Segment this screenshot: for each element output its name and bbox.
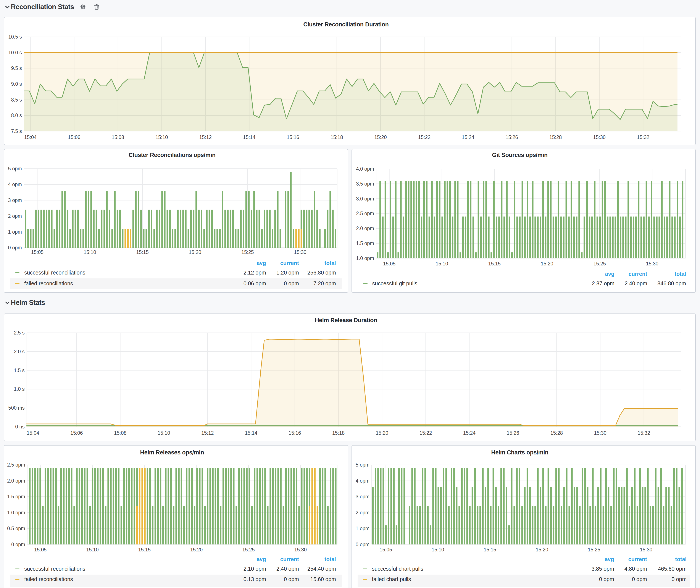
svg-text:15:14: 15:14 [243, 134, 255, 140]
svg-text:15:25: 15:25 [593, 261, 606, 267]
svg-text:3 opm: 3 opm [8, 197, 22, 203]
svg-text:15:30: 15:30 [593, 134, 605, 140]
svg-text:15:08: 15:08 [111, 134, 124, 140]
svg-text:0 ns: 0 ns [15, 424, 24, 430]
svg-text:2.5 opm: 2.5 opm [7, 462, 25, 467]
svg-text:15:24: 15:24 [463, 430, 476, 436]
svg-text:1.0 opm: 1.0 opm [7, 510, 25, 515]
svg-text:15:18: 15:18 [332, 430, 345, 436]
svg-text:0 opm: 0 opm [11, 541, 25, 547]
svg-text:10.0 s: 10.0 s [8, 50, 22, 55]
svg-text:9.0 s: 9.0 s [11, 81, 22, 87]
svg-text:Helm Releases ops/min: Helm Releases ops/min [140, 449, 204, 456]
svg-text:15:15: 15:15 [136, 249, 148, 255]
svg-text:0 opm: 0 opm [355, 541, 369, 547]
svg-text:15:04: 15:04 [27, 430, 39, 436]
svg-text:15:25: 15:25 [242, 547, 255, 552]
svg-text:15:25: 15:25 [588, 547, 600, 552]
svg-text:Helm Release Duration: Helm Release Duration [315, 317, 377, 323]
svg-text:15:10: 15:10 [86, 547, 98, 552]
svg-text:15:10: 15:10 [435, 261, 448, 267]
svg-text:2 opm: 2 opm [8, 213, 22, 219]
svg-text:5 opm: 5 opm [8, 166, 22, 171]
svg-text:2 opm: 2 opm [355, 510, 369, 515]
svg-text:15:15: 15:15 [138, 547, 150, 552]
svg-text:Cluster Reconciliations ops/mi: Cluster Reconciliations ops/min [128, 152, 215, 158]
svg-text:15:10: 15:10 [155, 134, 168, 140]
svg-text:15:05: 15:05 [31, 249, 44, 255]
svg-text:15:20: 15:20 [189, 249, 201, 255]
svg-text:4 opm: 4 opm [355, 478, 369, 483]
svg-text:4.0 opm: 4.0 opm [356, 166, 374, 172]
svg-text:1.0 opm: 1.0 opm [356, 255, 374, 261]
svg-text:15:05: 15:05 [379, 547, 392, 552]
svg-text:0.5 opm: 0.5 opm [7, 525, 25, 531]
svg-text:15:06: 15:06 [70, 430, 83, 436]
svg-text:15:26: 15:26 [506, 430, 519, 436]
svg-text:15:05: 15:05 [383, 261, 395, 267]
svg-text:15:10: 15:10 [83, 249, 96, 255]
svg-text:15:15: 15:15 [488, 261, 501, 267]
svg-text:15:14: 15:14 [245, 430, 257, 436]
svg-text:4 opm: 4 opm [8, 182, 22, 187]
svg-text:2.5 opm: 2.5 opm [356, 211, 374, 216]
svg-text:1 opm: 1 opm [355, 525, 369, 531]
svg-text:2.0 opm: 2.0 opm [7, 478, 25, 483]
svg-text:3.5 opm: 3.5 opm [356, 181, 374, 187]
svg-text:15:08: 15:08 [114, 430, 126, 436]
svg-text:15:18: 15:18 [330, 134, 343, 140]
svg-text:15:24: 15:24 [462, 134, 474, 140]
svg-text:1.5 opm: 1.5 opm [356, 241, 374, 246]
svg-text:8.5 s: 8.5 s [11, 97, 22, 103]
svg-text:15:10: 15:10 [157, 430, 170, 436]
svg-text:15:30: 15:30 [294, 547, 307, 552]
svg-text:9.5 s: 9.5 s [11, 65, 22, 71]
svg-text:1 opm: 1 opm [8, 229, 22, 235]
svg-text:10.5 s: 10.5 s [8, 34, 22, 40]
svg-text:15:20: 15:20 [374, 134, 387, 140]
svg-text:15:25: 15:25 [241, 249, 254, 255]
svg-text:15:12: 15:12 [201, 430, 214, 436]
svg-text:15:16: 15:16 [287, 134, 299, 140]
svg-text:Helm Charts ops/min: Helm Charts ops/min [491, 449, 548, 456]
svg-text:1.0 s: 1.0 s [14, 386, 24, 392]
svg-text:2.5 s: 2.5 s [14, 330, 24, 336]
svg-text:15:05: 15:05 [34, 547, 47, 552]
svg-text:15:32: 15:32 [637, 134, 649, 140]
svg-text:3 opm: 3 opm [355, 494, 369, 499]
svg-text:1.5 opm: 1.5 opm [7, 494, 25, 499]
svg-text:8.0 s: 8.0 s [11, 113, 22, 118]
svg-text:15:12: 15:12 [199, 134, 211, 140]
svg-text:2.0 opm: 2.0 opm [356, 226, 374, 231]
svg-text:15:22: 15:22 [418, 134, 430, 140]
svg-text:500 ms: 500 ms [8, 405, 24, 411]
svg-text:15:06: 15:06 [68, 134, 80, 140]
svg-text:15:22: 15:22 [419, 430, 432, 436]
svg-text:1.5 s: 1.5 s [14, 368, 24, 373]
svg-text:15:28: 15:28 [549, 134, 562, 140]
svg-text:15:30: 15:30 [646, 261, 658, 267]
svg-text:7.5 s: 7.5 s [11, 128, 22, 134]
svg-text:15:20: 15:20 [535, 547, 548, 552]
svg-text:15:32: 15:32 [637, 430, 650, 436]
svg-text:15:30: 15:30 [294, 249, 306, 255]
svg-text:15:30: 15:30 [640, 547, 652, 552]
svg-text:15:20: 15:20 [190, 547, 203, 552]
svg-text:15:26: 15:26 [505, 134, 518, 140]
svg-text:Cluster Reconciliation Duratio: Cluster Reconciliation Duration [303, 21, 388, 28]
svg-text:0 opm: 0 opm [8, 245, 22, 250]
svg-text:15:20: 15:20 [376, 430, 388, 436]
svg-text:15:04: 15:04 [24, 134, 37, 140]
svg-text:15:28: 15:28 [550, 430, 563, 436]
svg-text:3.0 opm: 3.0 opm [356, 196, 374, 202]
svg-text:15:30: 15:30 [594, 430, 606, 436]
svg-text:15:15: 15:15 [484, 547, 496, 552]
svg-text:Git Sources ops/min: Git Sources ops/min [492, 152, 547, 158]
svg-text:5 opm: 5 opm [355, 462, 369, 467]
svg-text:15:10: 15:10 [431, 547, 444, 552]
svg-text:15:20: 15:20 [541, 261, 553, 267]
svg-text:15:16: 15:16 [288, 430, 301, 436]
svg-text:2.0 s: 2.0 s [14, 349, 24, 354]
